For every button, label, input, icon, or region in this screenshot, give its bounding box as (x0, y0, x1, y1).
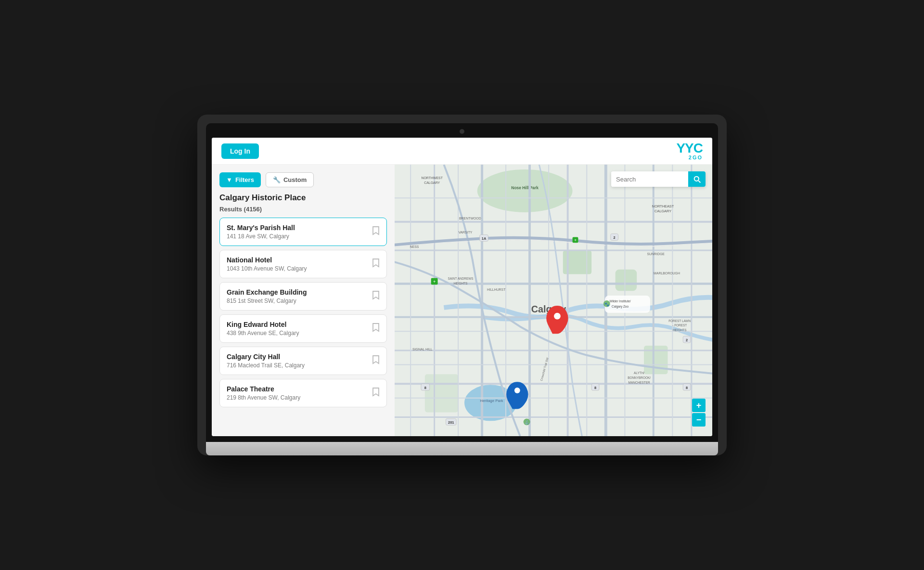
search-icon (693, 175, 701, 183)
svg-text:HEIGHTS: HEIGHTS (454, 282, 468, 285)
bookmark-icon[interactable] (372, 323, 380, 335)
svg-text:+: + (574, 238, 577, 243)
svg-text:ALYTH/: ALYTH/ (634, 371, 644, 375)
place-info: National Hotel 1043 10th Avenue SW, Calg… (227, 256, 368, 272)
svg-text:NORTHWEST: NORTHWEST (421, 176, 443, 180)
place-address: 141 18 Ave SW, Calgary (227, 233, 368, 240)
logo-2go-text: 2GO (689, 155, 703, 160)
svg-text:- FOREST: - FOREST (672, 324, 687, 327)
place-info: Palace Theatre 219 8th Avenue SW, Calgar… (227, 385, 368, 401)
bookmark-icon[interactable] (372, 226, 380, 238)
svg-text:BONNYBROOK/: BONNYBROOK/ (628, 376, 651, 379)
svg-text:Calgary Zoo: Calgary Zoo (612, 305, 629, 309)
place-address: 1043 10th Avenue SW, Calgary (227, 265, 368, 272)
place-name: Grain Exchange Building (227, 288, 368, 296)
laptop-frame: Log In YYC 2GO ▼ Filters 🔧 (197, 115, 727, 455)
zoom-in-button[interactable]: + (692, 399, 706, 412)
bookmark-icon[interactable] (372, 290, 380, 302)
svg-rect-5 (616, 270, 637, 291)
app-screen: Log In YYC 2GO ▼ Filters 🔧 (212, 138, 712, 436)
svg-text:2: 2 (686, 338, 688, 342)
svg-text:8: 8 (424, 386, 426, 390)
map-zoom-controls: + − (692, 399, 706, 427)
svg-text:HILLHURST: HILLHURST (487, 288, 506, 291)
svg-text:VARSITY: VARSITY (458, 231, 472, 234)
place-name: Calgary City Hall (227, 353, 368, 361)
svg-point-82 (694, 177, 699, 181)
logo: YYC 2GO (676, 142, 703, 160)
custom-button[interactable]: 🔧 Custom (266, 172, 314, 187)
svg-text:+: + (433, 279, 436, 284)
svg-text:Wilder Institute/: Wilder Institute/ (609, 299, 630, 303)
svg-text:2: 2 (614, 235, 616, 240)
svg-text:HEIGHTS: HEIGHTS (673, 328, 687, 332)
place-address: 438 9th Avenue SE, Calgary (227, 330, 368, 337)
place-info: Calgary City Hall 716 Macleod Trail SE, … (227, 353, 368, 369)
custom-label: Custom (283, 176, 307, 183)
svg-text:8: 8 (686, 386, 688, 390)
svg-text:CALGARY: CALGARY (654, 209, 671, 213)
search-button[interactable] (688, 171, 706, 187)
bookmark-icon[interactable] (372, 387, 380, 399)
login-button[interactable]: Log In (221, 143, 259, 159)
svg-point-1 (477, 169, 573, 212)
svg-text:201: 201 (448, 420, 454, 425)
place-info: St. Mary's Parish Hall 141 18 Ave SW, Ca… (227, 224, 368, 240)
svg-text:🐾: 🐾 (604, 302, 609, 307)
svg-text:CALGARY: CALGARY (424, 181, 440, 184)
svg-text:BRENTWOOD: BRENTWOOD (459, 217, 481, 220)
sidebar-controls: ▼ Filters 🔧 Custom (212, 165, 395, 193)
zoom-out-button[interactable]: − (692, 413, 706, 427)
svg-text:⚓: ⚓ (525, 420, 529, 425)
custom-icon: 🔧 (273, 176, 281, 183)
place-list-item[interactable]: St. Mary's Parish Hall 141 18 Ave SW, Ca… (219, 218, 387, 246)
search-input[interactable] (611, 172, 688, 187)
place-address: 219 8th Avenue SW, Calgary (227, 394, 368, 401)
place-list-item[interactable]: Palace Theatre 219 8th Avenue SW, Calgar… (219, 379, 387, 407)
svg-line-83 (698, 181, 700, 182)
app-header: Log In YYC 2GO (212, 138, 712, 165)
svg-text:Heritage Park: Heritage Park (480, 399, 503, 403)
filter-icon: ▼ (226, 176, 232, 183)
map-search-bar[interactable] (611, 171, 706, 187)
svg-text:8: 8 (594, 386, 596, 390)
place-address: 815 1st Street SW, Calgary (227, 298, 368, 304)
svg-rect-7 (425, 374, 458, 412)
svg-text:1A: 1A (482, 236, 487, 241)
place-name: National Hotel (227, 256, 368, 264)
svg-text:FOREST LAWN: FOREST LAWN (668, 319, 691, 323)
map-svg: Nose Hill Park (395, 165, 712, 436)
place-info: Grain Exchange Building 815 1st Street S… (227, 288, 368, 304)
svg-point-66 (514, 388, 520, 393)
place-list-item[interactable]: National Hotel 1043 10th Avenue SW, Calg… (219, 250, 387, 278)
filters-label: Filters (235, 176, 254, 183)
place-list-item[interactable]: Grain Exchange Building 815 1st Street S… (219, 282, 387, 311)
camera (460, 129, 464, 134)
place-name: St. Mary's Parish Hall (227, 224, 368, 232)
category-title: Calgary Historic Place (212, 193, 395, 206)
sidebar: ▼ Filters 🔧 Custom Calgary Historic Plac… (212, 165, 395, 436)
svg-text:MARLBOROUGH: MARLBOROUGH (654, 272, 680, 275)
bookmark-icon[interactable] (372, 258, 380, 270)
svg-text:Nose Hill Park: Nose Hill Park (511, 185, 539, 190)
svg-text:SUNRIDGE: SUNRIDGE (647, 252, 665, 256)
results-count: Results (4156) (212, 206, 395, 218)
place-list-item[interactable]: Calgary City Hall 716 Macleod Trail SE, … (219, 347, 387, 375)
place-info: King Edward Hotel 438 9th Avenue SE, Cal… (227, 321, 368, 337)
screen-bezel: Log In YYC 2GO ▼ Filters 🔧 (206, 123, 718, 442)
svg-text:NORTHEAST: NORTHEAST (652, 204, 674, 208)
svg-point-65 (554, 313, 561, 320)
place-name: Palace Theatre (227, 385, 368, 393)
bookmark-icon[interactable] (372, 355, 380, 367)
laptop-base (206, 442, 718, 455)
svg-text:SAINT ANDREWS: SAINT ANDREWS (448, 277, 474, 280)
place-name: King Edward Hotel (227, 321, 368, 328)
app-body: ▼ Filters 🔧 Custom Calgary Historic Plac… (212, 165, 712, 436)
filters-button[interactable]: ▼ Filters (219, 172, 261, 187)
map-area[interactable]: Nose Hill Park (395, 165, 712, 436)
svg-text:NESS: NESS (410, 245, 419, 248)
svg-text:SIGNAL HILL: SIGNAL HILL (412, 348, 433, 351)
place-list: St. Mary's Parish Hall 141 18 Ave SW, Ca… (212, 218, 395, 436)
place-list-item[interactable]: King Edward Hotel 438 9th Avenue SE, Cal… (219, 314, 387, 343)
logo-yyc-text: YYC (676, 142, 703, 155)
